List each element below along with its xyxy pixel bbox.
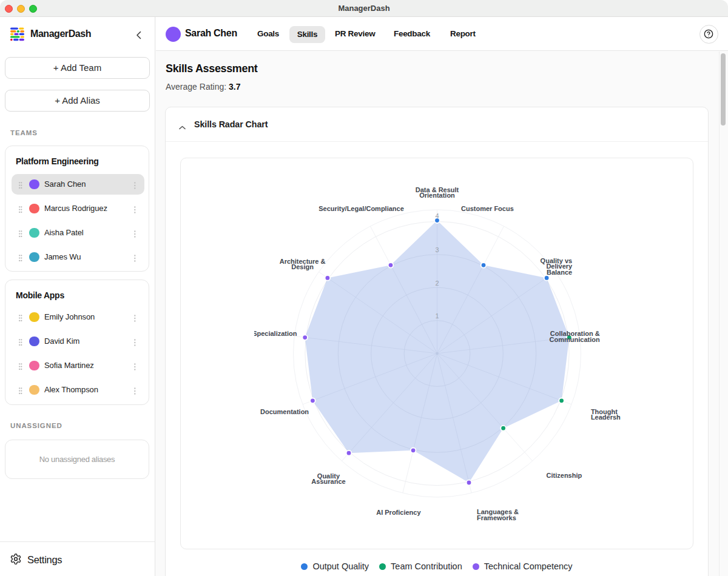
svg-text:Communication: Communication: [550, 336, 600, 343]
svg-text:2: 2: [436, 280, 439, 287]
svg-text:Citizenship: Citizenship: [547, 472, 582, 479]
svg-text:1: 1: [436, 312, 439, 320]
svg-text:3: 3: [436, 246, 439, 253]
svg-text:Specialization: Specialization: [254, 330, 297, 337]
svg-text:Security/Legal/Compliance: Security/Legal/Compliance: [318, 205, 404, 212]
svg-text:Design: Design: [291, 263, 314, 270]
svg-text:Assurance: Assurance: [311, 478, 345, 485]
svg-text:Balance: Balance: [547, 269, 572, 276]
svg-text:Orientation: Orientation: [419, 192, 455, 199]
svg-text:Frameworks: Frameworks: [477, 514, 516, 521]
svg-text:Customer Focus: Customer Focus: [461, 205, 514, 212]
svg-text:Documentation: Documentation: [260, 408, 309, 415]
svg-text:4: 4: [436, 212, 439, 219]
svg-text:Leadership: Leadership: [591, 414, 621, 421]
svg-text:AI Proficiency: AI Proficiency: [376, 509, 421, 516]
